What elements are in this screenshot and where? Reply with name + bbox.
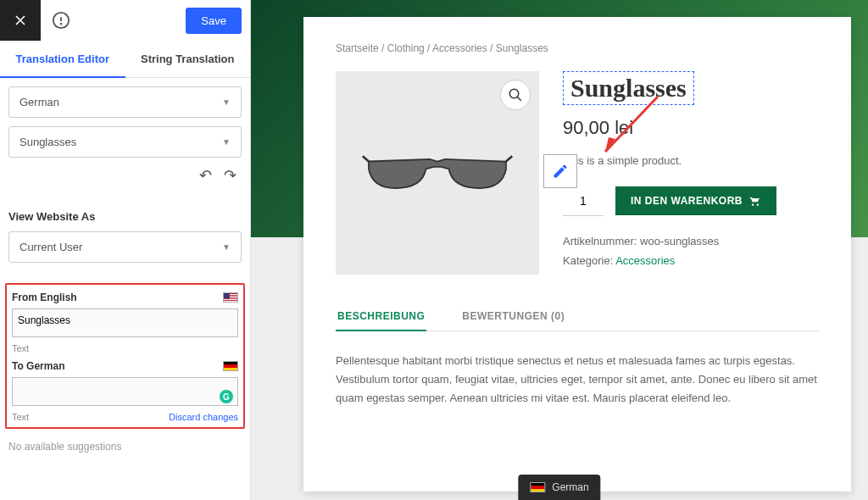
text-hint: Text	[12, 412, 29, 422]
sunglasses-icon	[361, 142, 514, 203]
cart-icon	[749, 195, 761, 207]
redo-icon[interactable]: ↷	[224, 166, 236, 185]
view-as-value: Current User	[19, 241, 82, 253]
translation-sidebar: Save Translation Editor String Translati…	[0, 0, 251, 500]
view-website-as-label: View Website As	[0, 202, 250, 231]
page-preview: Startseite / Clothing / Accessories / Su…	[251, 0, 868, 500]
tab-string-translation[interactable]: String Translation	[125, 41, 251, 77]
tab-description[interactable]: BESCHREIBUNG	[336, 302, 426, 331]
to-language-label: To German	[12, 360, 64, 372]
no-suggestions-text: No available suggestions	[0, 432, 250, 461]
product-short-description: This is a simple product.	[563, 154, 819, 167]
tab-reviews[interactable]: BEWERTUNGEN (0)	[460, 302, 566, 331]
target-text-input[interactable]	[12, 377, 238, 406]
discard-changes-link[interactable]: Discard changes	[169, 412, 238, 422]
svg-point-2	[61, 24, 62, 25]
category-link[interactable]: Accessories	[615, 254, 675, 267]
chevron-down-icon: ▼	[222, 242, 231, 252]
sku-value: woo-sunglasses	[640, 235, 719, 247]
tab-translation-editor[interactable]: Translation Editor	[0, 41, 125, 77]
translation-field-group: From English Sunglasses Text To German G…	[5, 283, 245, 429]
chevron-down-icon: ▼	[222, 97, 231, 107]
description-body: Pellentesque habitant morbi tristique se…	[336, 331, 819, 428]
language-select[interactable]: German ▼	[8, 86, 242, 118]
category-label: Kategorie:	[563, 254, 613, 267]
de-flag-icon	[223, 361, 238, 371]
grammarly-icon[interactable]: G	[220, 390, 233, 403]
text-hint: Text	[12, 343, 29, 353]
sku-label: Artikelnummer:	[563, 235, 637, 247]
edit-translation-button[interactable]	[543, 154, 577, 188]
from-language-label: From English	[12, 292, 77, 303]
breadcrumb: Startseite / Clothing / Accessories / Su…	[336, 42, 819, 54]
de-flag-icon	[530, 482, 545, 492]
language-switcher[interactable]: German	[518, 475, 600, 500]
language-select-value: German	[19, 96, 59, 108]
item-select-value: Sunglasses	[19, 136, 76, 148]
zoom-icon[interactable]	[500, 80, 531, 110]
product-image[interactable]	[336, 71, 539, 275]
svg-line-4	[517, 97, 521, 101]
source-text-input[interactable]: Sunglasses	[12, 308, 238, 337]
view-as-select[interactable]: Current User ▼	[8, 231, 242, 263]
us-flag-icon	[223, 292, 238, 303]
svg-point-3	[509, 89, 519, 98]
close-button[interactable]	[0, 0, 41, 41]
undo-icon[interactable]: ↶	[199, 166, 212, 185]
chevron-down-icon: ▼	[222, 137, 231, 147]
product-title[interactable]: Sunglasses	[563, 71, 694, 105]
help-icon[interactable]	[41, 0, 81, 41]
item-select[interactable]: Sunglasses ▼	[8, 126, 242, 158]
product-price: 90,00 lei	[563, 117, 819, 139]
quantity-input[interactable]	[563, 186, 604, 216]
save-button[interactable]: Save	[186, 8, 242, 34]
add-to-cart-button[interactable]: IN DEN WARENKORB	[615, 186, 776, 215]
